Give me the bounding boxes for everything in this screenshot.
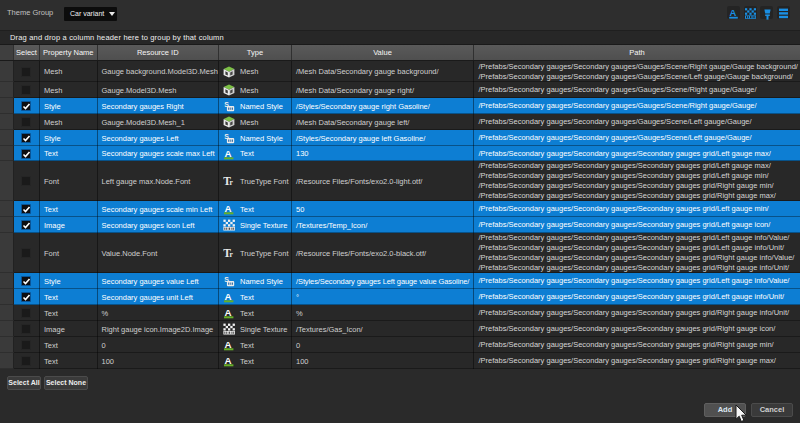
svg-text:A: A <box>225 339 232 350</box>
svg-text:A: A <box>225 307 232 318</box>
svg-text:A: A <box>225 148 232 159</box>
svg-text:A: A <box>729 7 736 18</box>
svg-text:A: A <box>225 203 232 214</box>
svg-text:A: A <box>225 291 232 302</box>
svg-text:r: r <box>229 250 233 259</box>
svg-text:A: A <box>225 355 232 366</box>
svg-text:r: r <box>229 178 233 187</box>
